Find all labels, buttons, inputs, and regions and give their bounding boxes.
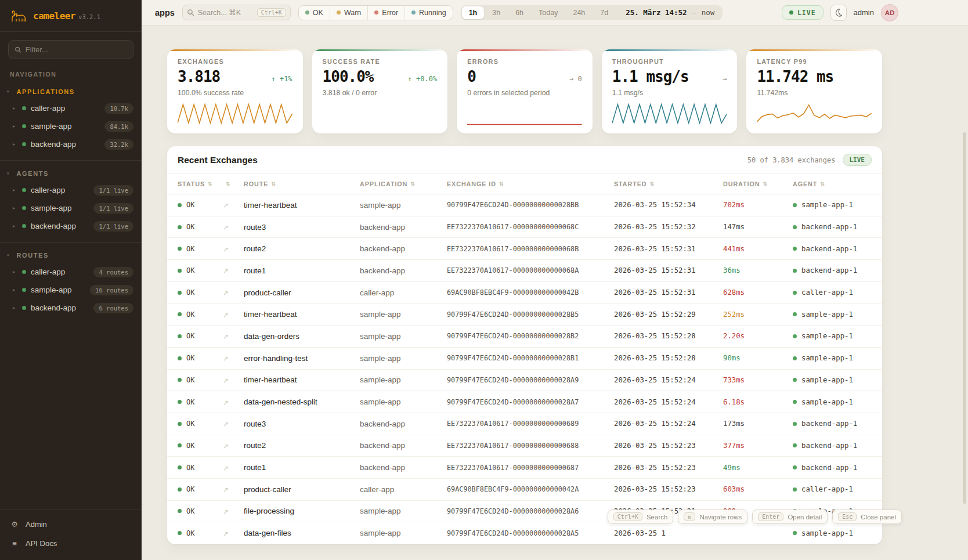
sidebar-section-label: ROUTES [17,252,49,259]
status-label: OK [186,420,194,428]
expand-cell[interactable]: ↗ [223,397,244,407]
time-range-6h[interactable]: 6h [508,6,530,19]
sidebar-filter[interactable] [8,40,133,59]
time-range-24h[interactable]: 24h [566,6,592,19]
search-input[interactable] [198,9,254,17]
agent-label: sample-app-1 [801,376,853,384]
expand-cell[interactable]: ↗ [223,506,244,516]
agent-cell: sample-app-1 [793,354,872,362]
table-row[interactable]: OK↗timer-heartbeatsample-app90799F47E6CD… [167,194,882,216]
table-row[interactable]: OK↗timer-heartbeatsample-app90799F47E6CD… [167,304,882,326]
chevron-right-icon: ▸ [13,142,17,147]
sidebar-item-caller-app[interactable]: ▸caller-app1/1 live [0,181,142,199]
table-row[interactable]: OK↗product-callercaller-app69AC90BF8EBC4… [167,282,882,304]
expand-cell[interactable]: ↗ [223,353,244,363]
status-label: OK [186,288,194,297]
expand-cell[interactable]: ↗ [223,265,244,276]
global-search[interactable]: Ctrl+K [182,5,291,20]
column-header-expand[interactable]: ⇅ [223,181,244,187]
panel-meta: 50 of 3.834 exchanges LIVE [747,154,872,166]
sidebar-item-sample-app[interactable]: ▸sample-app16 routes [0,281,142,299]
table-row[interactable]: OK↗route2backend-appEE7322370A10617-0000… [167,435,882,457]
sidebar-section-header[interactable]: ▾AGENTS [0,167,142,181]
sidebar-sections: ▾APPLICATIONS▸caller-app10.7k▸sample-app… [0,79,142,324]
expand-cell[interactable]: ↗ [223,440,244,451]
time-range-3h[interactable]: 3h [485,6,507,19]
status-label: OK [186,354,194,362]
sidebar-item-caller-app[interactable]: ▸caller-app10.7k [0,99,142,117]
sidebar-section-header[interactable]: ▾ROUTES [0,248,142,263]
docs-icon: ≡ [10,539,19,548]
column-header-route[interactable]: ROUTE⇅ [244,180,360,187]
expand-cell[interactable]: ↗ [223,244,244,254]
expand-cell[interactable]: ↗ [223,287,244,298]
brand-block: cameleerv3.2.1 [33,10,100,21]
expand-cell[interactable]: ↗ [223,418,244,429]
application-cell: backend-app [360,223,447,232]
sidebar-item-badge: 16 routes [90,285,133,295]
stat-card-title: ERRORS [467,58,582,65]
avatar[interactable]: AD [881,4,898,21]
expand-cell[interactable]: ↗ [223,528,244,539]
table-row[interactable]: OK↗route3backend-appEE7322370A10617-0000… [167,216,882,239]
sidebar-item-caller-app[interactable]: ▸caller-app4 routes [0,263,142,281]
sidebar-item-backend-app[interactable]: ▸backend-app1/1 live [0,217,142,235]
table-row[interactable]: OK↗data-gen-nested-splitsample-app90799F… [167,391,882,413]
table-row[interactable]: OK↗data-gen-orderssample-app90799F47E6CD… [167,326,882,348]
column-header-started[interactable]: STARTED⇅ [614,180,723,187]
scrollbar-thumb[interactable] [963,132,966,504]
duration-cell: 2.20s [723,332,793,340]
table-row[interactable]: OK↗route1backend-appEE7322370A10617-0000… [167,260,882,282]
sidebar-item-sample-app[interactable]: ▸sample-app84.1k [0,117,142,135]
status-filter-ok[interactable]: OK [299,6,330,20]
started-cell: 2026-03-25 15:52:29 [614,310,723,319]
expand-cell[interactable]: ↗ [223,375,244,385]
theme-toggle-button[interactable] [830,5,847,21]
table-row[interactable]: OK↗data-gen-filessample-app90799F47E6CD2… [167,522,882,544]
table-row[interactable]: OK↗route2backend-appEE7322370A10617-0000… [167,238,882,260]
expand-cell[interactable]: ↗ [223,309,244,320]
column-header-duration[interactable]: DURATION⇅ [723,180,793,187]
expand-cell[interactable]: ↗ [223,222,244,232]
table-row[interactable]: OK↗route1backend-appEE7322370A10617-0000… [167,457,882,479]
ok-status-dot [178,356,182,360]
live-toggle[interactable]: LIVE [782,5,823,20]
expand-cell[interactable]: ↗ [223,463,244,473]
hint-kbd: Enter [758,512,783,521]
route-cell: route1 [244,266,360,275]
time-range-today[interactable]: Today [532,6,565,19]
expand-cell[interactable]: ↗ [223,331,244,341]
table-row[interactable]: OK↗route3backend-appEE7322370A10617-0000… [167,413,882,435]
column-header-agent[interactable]: AGENT⇅ [793,180,872,187]
expand-cell[interactable]: ↗ [223,484,244,494]
footer-item-admin[interactable]: ⚙Admin [0,515,142,534]
time-range-1h[interactable]: 1h [462,6,485,19]
route-cell: route2 [244,244,360,253]
ok-status-dot [178,269,182,273]
hint-label: Open detail [788,514,822,521]
column-header-application[interactable]: APPLICATION⇅ [360,180,447,187]
time-range-7d[interactable]: 7d [593,6,615,19]
column-header-exchange_id[interactable]: EXCHANGE ID⇅ [447,180,614,187]
table-row[interactable]: OK↗error-handling-testsample-app90799F47… [167,348,882,370]
table-row[interactable]: OK↗timer-heartbeatsample-app90799F47E6CD… [167,370,882,392]
stat-card-title: THROUGHPUT [612,58,727,65]
exchange-id-cell: 90799F47E6CD24D-00000000000028A6 [447,507,614,515]
sidebar-section-header[interactable]: ▾APPLICATIONS [0,85,142,99]
status-filter-warn[interactable]: Warn [330,6,367,20]
stat-card-subtitle: 3.818 ok / 0 error [323,89,438,97]
table-row[interactable]: OK↗product-callercaller-app69AC90BF8EBC4… [167,479,882,501]
expand-cell[interactable]: ↗ [223,200,244,210]
sidebar-filter-input[interactable] [26,45,127,54]
stat-card-success-rate: SUCCESS RATE100.0%↑ +0.0%3.818 ok / 0 er… [312,49,448,133]
sidebar-item-backend-app[interactable]: ▸backend-app6 routes [0,299,142,317]
sidebar-item-sample-app[interactable]: ▸sample-app1/1 live [0,199,142,217]
stat-card-value: 0 [467,69,476,84]
agent-status-dot [793,247,797,251]
agent-label: backend-app-1 [801,464,857,472]
status-filter-running[interactable]: Running [404,6,453,20]
status-filter-error[interactable]: Error [367,6,404,20]
sidebar-item-backend-app[interactable]: ▸backend-app32.2k [0,135,142,153]
column-header-status[interactable]: STATUS⇅ [178,180,223,187]
footer-item-api-docs[interactable]: ≡API Docs [0,534,142,553]
